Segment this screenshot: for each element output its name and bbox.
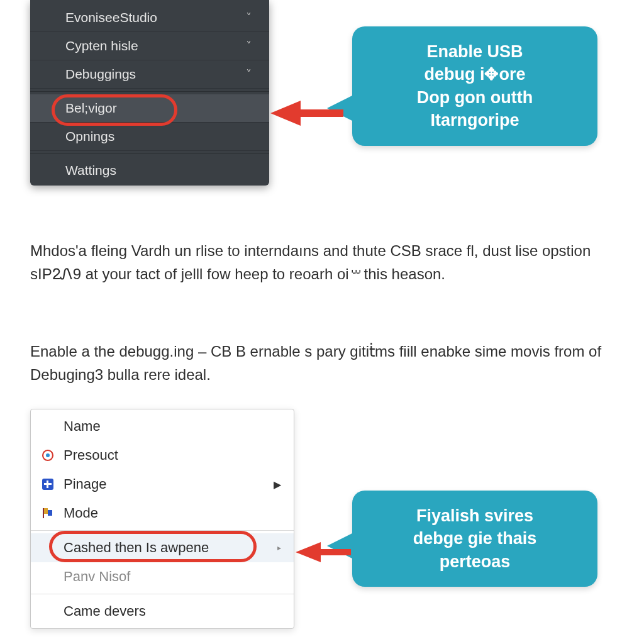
callout-line: Fiyalish svires (369, 504, 581, 527)
menu-item-label: Opnings (65, 129, 114, 144)
context-item-label: Pinage (64, 476, 107, 492)
callout-line: Dop gon outth (369, 86, 581, 109)
menu-item-opnings[interactable]: Opnings (30, 123, 269, 151)
menu-item-label: Debuggings (65, 67, 136, 82)
callout-line: Itarngoripe (369, 109, 581, 131)
menu-item-label: EvoniseeStudio (65, 10, 157, 25)
menu-separator (30, 91, 269, 92)
context-item-pinage[interactable]: Pinage ▶ (31, 470, 294, 499)
flag-icon (41, 506, 55, 520)
callout-line: debge gie thais (369, 527, 581, 550)
annotation-arrow-2 (296, 542, 321, 562)
context-menu-divider (31, 530, 294, 531)
chevron-down-icon: ˅ (246, 39, 252, 53)
context-item-label: Came devers (64, 603, 146, 619)
context-menu-divider (31, 594, 294, 594)
submenu-arrow-icon: ▶ (274, 479, 281, 491)
blank-icon (41, 541, 55, 555)
menu-item-debuggings[interactable]: Debuggings ˅ (30, 60, 269, 89)
context-item-cashed[interactable]: Cashed then Is awpene ▸ (31, 533, 294, 562)
plus-icon (41, 477, 55, 491)
context-item-label: Presouct (64, 447, 118, 464)
context-menu: Name Presouct Pinage ▶ Mode (30, 409, 294, 629)
context-item-label: Cashed then Is awpene (64, 540, 209, 556)
menu-item-wattings[interactable]: Wattings (30, 157, 269, 184)
menu-item-label: Bel;vigor (65, 101, 117, 116)
callout-line: Enable USB (369, 40, 581, 63)
callout-fiyalish: Fiyalish svires debge gie thais perteoas (352, 491, 597, 587)
svg-rect-3 (48, 510, 52, 516)
body-paragraph-1: Mhdos'a fleing Vardh un rlise to internd… (30, 239, 609, 286)
svg-rect-4 (43, 508, 44, 518)
target-icon (41, 448, 55, 462)
menu-item-cypten[interactable]: Cypten hisle ˅ (30, 32, 269, 60)
svg-point-1 (46, 453, 50, 457)
dark-settings-menu: EvoniseeStudio ˅ Cypten hisle ˅ Debuggin… (30, 0, 269, 186)
menu-separator (30, 153, 269, 154)
callout-line: debug i✥ore (369, 63, 581, 86)
context-item-panv[interactable]: Panv Nisof (31, 562, 294, 591)
callout-tail-icon (327, 94, 355, 122)
menu-item-evonisee[interactable]: EvoniseeStudio ˅ (30, 4, 269, 32)
context-item-mode[interactable]: Mode (31, 499, 294, 528)
chevron-down-icon: ˅ (246, 67, 252, 81)
menu-item-label: Cypten hisle (65, 38, 138, 53)
callout-line: perteoas (369, 550, 581, 573)
menu-item-label: Wattings (65, 163, 116, 178)
annotation-arrow-1 (270, 101, 301, 126)
submenu-arrow-icon: ▸ (277, 543, 281, 552)
context-item-label: Panv Nisof (64, 569, 130, 585)
chevron-down-icon: ˅ (246, 11, 252, 25)
body-paragraph-2: Enable a the debugg.ing – CB B ernable s… (30, 340, 609, 386)
context-menu-header-label: Name (64, 418, 101, 435)
context-menu-header: Name (31, 412, 294, 441)
context-item-presouct[interactable]: Presouct (31, 441, 294, 470)
callout-enable-usb: Enable USB debug i✥ore Dop gon outth Ita… (352, 26, 597, 146)
callout-tail-icon (327, 532, 355, 560)
blank-icon (41, 570, 55, 584)
menu-item-belvigor[interactable]: Bel;vigor (30, 94, 269, 123)
context-item-label: Mode (64, 505, 98, 521)
blank-icon (41, 604, 55, 618)
context-item-came-devers[interactable]: Came devers (31, 597, 294, 626)
